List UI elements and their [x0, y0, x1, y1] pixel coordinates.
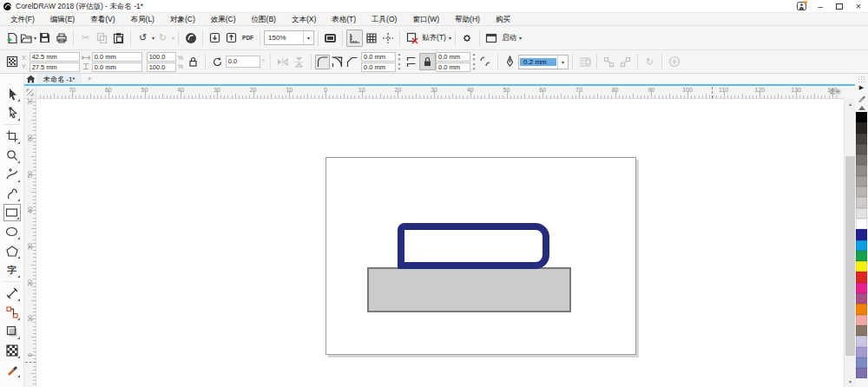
ellipse-tool[interactable]	[3, 223, 21, 240]
palette-swatch[interactable]	[856, 229, 867, 239]
palette-swatch[interactable]	[856, 283, 867, 293]
palette-swatch[interactable]	[856, 219, 867, 229]
transparency-tool[interactable]	[3, 342, 21, 359]
new-document-button[interactable]	[3, 30, 20, 47]
snap-to-label[interactable]: 贴齐(T)	[422, 33, 446, 43]
palette-swatch[interactable]	[856, 240, 867, 251]
launch-icon[interactable]	[483, 30, 500, 47]
menu-item-8[interactable]: 表格(T)	[324, 13, 364, 25]
horizontal-ruler[interactable]: 毫米 7060504030201001020304050607080901001…	[36, 86, 844, 99]
paste-button[interactable]	[110, 30, 127, 47]
scrollbar-thumb[interactable]	[845, 156, 855, 356]
menu-item-7[interactable]: 文本(X)	[284, 13, 324, 25]
palette-swatch[interactable]	[856, 368, 867, 378]
palette-swatch[interactable]	[856, 154, 867, 165]
blue-book-rectangle[interactable]	[398, 223, 549, 269]
palette-grip[interactable]	[858, 75, 865, 82]
palette-flyout-icon[interactable]: ▶	[855, 82, 868, 93]
palette-swatch[interactable]	[856, 144, 867, 154]
page-checker-icon[interactable]	[3, 53, 20, 70]
welcome-screen-button[interactable]	[182, 30, 199, 47]
document-tab[interactable]: 未命名 -1*	[36, 74, 82, 84]
vertical-scrollbar[interactable]: ▲ ▼	[844, 99, 855, 387]
relative-corner-scaling-icon[interactable]	[403, 53, 419, 70]
palette-swatch[interactable]	[856, 251, 867, 261]
menu-item-9[interactable]: 工具(O)	[364, 13, 404, 25]
object-y-field[interactable]: 27.5 mm	[30, 62, 80, 72]
export-button[interactable]	[223, 30, 240, 47]
open-button[interactable]: ▾	[20, 30, 36, 47]
zoom-dropdown-icon[interactable]: ▾	[303, 31, 313, 44]
corner-direction-icon[interactable]	[477, 53, 494, 70]
scale-lock-button[interactable]	[185, 53, 201, 70]
connector-tool[interactable]	[3, 304, 21, 321]
scale-y-field[interactable]: 100.0	[147, 62, 176, 72]
snap-dropdown-icon[interactable]: ▾	[449, 35, 451, 41]
corner-radius-bl-field[interactable]: 0.0 mm	[361, 62, 396, 72]
round-corner-button[interactable]	[315, 55, 330, 69]
show-grid-button[interactable]	[363, 30, 379, 47]
print-button[interactable]	[53, 30, 69, 47]
scalloped-corner-button[interactable]	[330, 55, 345, 69]
palette-swatch[interactable]	[856, 208, 867, 219]
menu-item-5[interactable]: 效果(C)	[203, 13, 244, 25]
ruler-origin-button[interactable]	[24, 86, 36, 99]
save-button[interactable]	[36, 30, 53, 47]
palette-swatch[interactable]	[856, 304, 867, 314]
new-tab-button[interactable]: +	[82, 75, 96, 83]
options-button[interactable]	[459, 30, 476, 47]
fullscreen-preview-button[interactable]	[322, 30, 339, 47]
drop-shadow-tool[interactable]	[3, 323, 21, 340]
palette-swatch[interactable]	[856, 325, 867, 336]
vertical-ruler[interactable]: 010203040506070	[24, 99, 36, 387]
launch-dropdown-icon[interactable]: ▾	[519, 35, 522, 41]
minimize-button[interactable]: –	[811, 0, 830, 13]
palette-swatch[interactable]	[856, 134, 867, 144]
rotation-angle-field[interactable]: 0.0	[226, 56, 260, 68]
object-height-field[interactable]: 0.0 mm	[92, 62, 142, 72]
corner-radius-tl-field[interactable]: 0.0 mm	[361, 52, 396, 62]
palette-swatch[interactable]	[856, 176, 867, 187]
outline-width-dropdown-icon[interactable]: ▾	[557, 56, 568, 69]
menu-item-0[interactable]: 文件(F)	[3, 13, 43, 25]
palette-swatch[interactable]	[856, 347, 867, 357]
object-width-field[interactable]: 0.0 mm	[92, 52, 142, 62]
palette-scroll-up-icon[interactable]	[855, 103, 868, 112]
menu-item-11[interactable]: 帮助(H)	[447, 13, 488, 25]
zoom-level-combo[interactable]: 150% ▾	[264, 30, 314, 45]
menu-item-4[interactable]: 对象(C)	[162, 13, 203, 25]
gray-base-rectangle[interactable]	[367, 267, 571, 312]
zoom-tool[interactable]	[3, 147, 21, 164]
polygon-tool[interactable]	[3, 242, 21, 259]
corner-radius-br-field[interactable]: 0.0 mm	[436, 62, 470, 72]
palette-swatch[interactable]	[856, 261, 867, 272]
palette-swatch[interactable]	[856, 272, 867, 282]
shape-tool[interactable]	[3, 104, 21, 121]
palette-eyedropper-icon[interactable]	[855, 93, 868, 103]
account-button[interactable]	[792, 0, 811, 13]
palette-swatch[interactable]	[856, 165, 867, 175]
snap-off-icon[interactable]	[404, 30, 420, 47]
edit-corners-together-button[interactable]	[419, 53, 436, 70]
spinner-down-icon[interactable]: ▾	[470, 67, 477, 72]
dimension-tool[interactable]	[3, 285, 21, 302]
undo-button[interactable]: ↺	[135, 30, 151, 47]
show-rulers-button[interactable]	[346, 30, 363, 47]
launch-label[interactable]: 启动	[502, 33, 516, 43]
palette-swatch[interactable]	[856, 112, 867, 122]
palette-swatch[interactable]	[856, 315, 867, 325]
drawing-canvas[interactable]	[36, 99, 844, 387]
show-guidelines-button[interactable]	[379, 30, 396, 47]
outline-width-combo[interactable]: 0.2 mm ▾	[518, 55, 569, 69]
palette-swatch[interactable]	[856, 357, 867, 368]
home-button[interactable]	[24, 74, 36, 84]
publish-pdf-button[interactable]: PDF	[240, 30, 256, 47]
crop-tool[interactable]	[3, 128, 21, 145]
object-x-field[interactable]: 42.5 mm	[30, 52, 80, 62]
menu-item-1[interactable]: 编辑(E)	[43, 13, 82, 25]
menu-item-3[interactable]: 布局(L)	[123, 13, 162, 25]
menu-item-2[interactable]: 查看(V)	[82, 13, 122, 25]
menu-item-6[interactable]: 位图(B)	[244, 13, 284, 25]
artistic-media-tool[interactable]	[3, 185, 21, 202]
pick-tool[interactable]	[3, 85, 21, 102]
